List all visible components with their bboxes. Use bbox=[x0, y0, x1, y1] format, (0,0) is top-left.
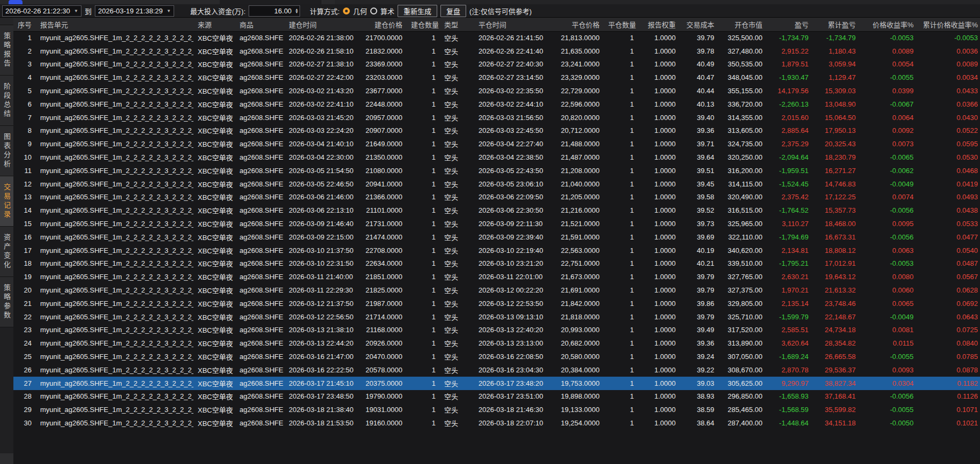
cell-0: 1 bbox=[13, 31, 36, 44]
cell-3: ag2608.SHFE bbox=[235, 204, 285, 217]
trade-row[interactable]: 9myunit_ag2605.SHFE_1m_2_2_2_2_2_3_2_2_2… bbox=[13, 137, 980, 151]
cell-15: 16,271.27 bbox=[813, 164, 860, 177]
cell-1: myunit_ag2605.SHFE_1m_2_2_2_2_2_3_2_2_2_… bbox=[36, 151, 193, 164]
cell-3: ag2608.SHFE bbox=[235, 297, 285, 310]
cell-14: 2,870.78 bbox=[767, 363, 813, 377]
cell-15: 23,748.46 bbox=[813, 297, 860, 310]
trade-row[interactable]: 19myunit_ag2605.SHFE_1m_2_2_2_2_2_3_2_2_… bbox=[13, 270, 980, 283]
arithmetic-radio[interactable] bbox=[370, 8, 377, 14]
sidebar-item-strategy-params[interactable]: 策略参数 bbox=[0, 277, 13, 327]
cell-17: 0.0643 bbox=[918, 310, 980, 324]
cell-9: 22,596.0000 bbox=[553, 98, 604, 111]
trade-row[interactable]: 6myunit_ag2605.SHFE_1m_2_2_2_2_2_3_2_2_2… bbox=[13, 98, 980, 111]
trade-row[interactable]: 28myunit_ag2605.SHFE_1m_2_2_2_2_2_3_2_2_… bbox=[13, 390, 980, 403]
trade-row[interactable]: 25myunit_ag2605.SHFE_1m_2_2_2_2_2_3_2_2_… bbox=[13, 350, 980, 363]
trade-row[interactable]: 11myunit_ag2605.SHFE_1m_2_2_2_2_2_3_2_2_… bbox=[13, 164, 980, 177]
geometric-radio[interactable] bbox=[343, 8, 350, 14]
end-date-dropdown[interactable]: 2026-03-19 21:38:29 ▼ bbox=[95, 5, 174, 17]
column-header[interactable]: 来源 bbox=[193, 18, 235, 31]
cell-0: 10 bbox=[13, 151, 36, 164]
cell-15: 15,357.73 bbox=[813, 204, 860, 217]
cell-1: myunit_ag2605.SHFE_1m_2_2_2_2_2_3_2_2_2_… bbox=[36, 283, 193, 297]
cell-11: 1.0000 bbox=[638, 124, 680, 138]
trade-row[interactable]: 29myunit_ag2605.SHFE_1m_2_2_2_2_2_3_2_2_… bbox=[13, 403, 980, 416]
column-header[interactable]: 累计价格收益率% bbox=[918, 18, 980, 31]
cell-14: -1,764.52 bbox=[767, 204, 813, 217]
column-header[interactable]: 交易成本 bbox=[680, 18, 719, 31]
sidebar-item-trade-records[interactable]: 交易记录 bbox=[0, 176, 13, 227]
cell-2: XBC空单夜 bbox=[193, 230, 235, 244]
cell-1: myunit_ag2605.SHFE_1m_2_2_2_2_2_3_2_2_2_… bbox=[36, 164, 193, 177]
start-date-dropdown[interactable]: 2026-02-26 21:22:30 ▼ bbox=[2, 5, 81, 17]
sidebar-item-asset-changes[interactable]: 资产变化 bbox=[0, 227, 13, 277]
trade-row[interactable]: 17myunit_ag2605.SHFE_1m_2_2_2_2_2_3_2_2_… bbox=[13, 244, 980, 257]
cell-9: 21,673.0000 bbox=[553, 270, 604, 283]
trade-row[interactable]: 7myunit_ag2605.SHFE_1m_2_2_2_2_2_3_2_2_2… bbox=[13, 111, 980, 124]
cell-6: 1 bbox=[407, 403, 440, 416]
column-header[interactable]: 平仓价格 bbox=[553, 18, 604, 31]
cell-11: 1.0000 bbox=[638, 403, 680, 416]
column-header[interactable]: 平仓数量 bbox=[604, 18, 638, 31]
cell-3: ag2608.SHFE bbox=[235, 310, 285, 324]
trade-row[interactable]: 26myunit_ag2605.SHFE_1m_2_2_2_2_2_3_2_2_… bbox=[13, 363, 980, 377]
trade-row[interactable]: 1myunit_ag2605.SHFE_1m_2_2_2_2_2_3_2_2_2… bbox=[13, 31, 980, 44]
cell-4: 2026-03-17 23:48:50 bbox=[285, 390, 360, 403]
sidebar-item-chart-analysis[interactable]: 图表分析 bbox=[0, 126, 13, 176]
regenerate-button[interactable]: 重新生成 bbox=[398, 5, 437, 17]
column-header[interactable]: 价格收益率% bbox=[860, 18, 918, 31]
trade-row[interactable]: 20myunit_ag2605.SHFE_1m_2_2_2_2_2_3_2_2_… bbox=[13, 283, 980, 297]
cell-8: 2026-03-09 22:11:30 bbox=[474, 217, 553, 230]
column-header[interactable]: 累计盈亏 bbox=[813, 18, 860, 31]
cell-17: -0.0053 bbox=[918, 31, 980, 44]
replay-button[interactable]: 复盘 bbox=[440, 5, 466, 17]
column-header[interactable]: 商品 bbox=[235, 18, 285, 31]
cell-7: 空头 bbox=[440, 137, 474, 151]
trade-row[interactable]: 30myunit_ag2605.SHFE_1m_2_2_2_2_2_3_2_2_… bbox=[13, 416, 980, 430]
trade-row[interactable]: 12myunit_ag2605.SHFE_1m_2_2_2_2_2_3_2_2_… bbox=[13, 177, 980, 191]
cell-15: 14,746.83 bbox=[813, 177, 860, 191]
trade-row[interactable]: 14myunit_ag2605.SHFE_1m_2_2_2_2_2_3_2_2_… bbox=[13, 204, 980, 217]
spinner-arrows-icon[interactable]: ▲▼ bbox=[295, 8, 298, 13]
trade-row[interactable]: 23myunit_ag2605.SHFE_1m_2_2_2_2_2_3_2_2_… bbox=[13, 324, 980, 337]
column-header[interactable]: 报告权重 bbox=[638, 18, 680, 31]
column-header[interactable]: 建仓价格 bbox=[360, 18, 407, 31]
trade-row[interactable]: 24myunit_ag2605.SHFE_1m_2_2_2_2_2_3_2_2_… bbox=[13, 336, 980, 350]
sidebar-item-stage-summary[interactable]: 阶段总结 bbox=[0, 76, 13, 126]
column-header[interactable]: 开仓市值 bbox=[719, 18, 767, 31]
cell-17: 0.0595 bbox=[918, 137, 980, 151]
trade-row[interactable]: 10myunit_ag2605.SHFE_1m_2_2_2_2_2_3_2_2_… bbox=[13, 151, 980, 164]
trade-row[interactable]: 15myunit_ag2605.SHFE_1m_2_2_2_2_2_3_2_2_… bbox=[13, 217, 980, 230]
column-header[interactable]: 类型 bbox=[440, 18, 474, 31]
trade-row[interactable]: 21myunit_ag2605.SHFE_1m_2_2_2_2_2_3_2_2_… bbox=[13, 297, 980, 310]
trade-row[interactable]: 22myunit_ag2605.SHFE_1m_2_2_2_2_2_3_2_2_… bbox=[13, 310, 980, 324]
max-capital-spinner[interactable]: ▲▼ bbox=[249, 5, 300, 17]
cell-17: 0.0366 bbox=[918, 98, 980, 111]
arithmetic-radio-label[interactable]: 算术 bbox=[380, 6, 394, 16]
max-capital-input[interactable] bbox=[252, 6, 293, 16]
column-header[interactable]: 序号 bbox=[13, 18, 36, 31]
geometric-radio-label[interactable]: 几何 bbox=[353, 6, 367, 16]
cell-16: -0.0056 bbox=[860, 204, 918, 217]
cell-8: 2026-03-12 22:53:50 bbox=[474, 297, 553, 310]
cell-6: 1 bbox=[407, 58, 440, 71]
trade-row[interactable]: 5myunit_ag2605.SHFE_1m_2_2_2_2_2_3_2_2_2… bbox=[13, 84, 980, 98]
trade-row[interactable]: 3myunit_ag2605.SHFE_1m_2_2_2_2_2_3_2_2_2… bbox=[13, 58, 980, 71]
column-header[interactable]: 平仓时间 bbox=[474, 18, 553, 31]
column-header[interactable]: 报告单元 bbox=[36, 18, 193, 31]
trade-row[interactable]: 13myunit_ag2605.SHFE_1m_2_2_2_2_2_3_2_2_… bbox=[13, 191, 980, 204]
trade-row[interactable]: 18myunit_ag2605.SHFE_1m_2_2_2_2_2_3_2_2_… bbox=[13, 257, 980, 271]
cell-13: 316,200.00 bbox=[719, 164, 767, 177]
trade-row[interactable]: 4myunit_ag2605.SHFE_1m_2_2_2_2_2_3_2_2_2… bbox=[13, 71, 980, 84]
trade-row[interactable]: 2myunit_ag2605.SHFE_1m_2_2_2_2_2_3_2_2_2… bbox=[13, 44, 980, 58]
cell-12: 38.64 bbox=[680, 416, 719, 430]
column-header[interactable]: 盈亏 bbox=[767, 18, 813, 31]
column-header[interactable]: 建仓时间 bbox=[285, 18, 360, 31]
trade-row[interactable]: 27myunit_ag2605.SHFE_1m_2_2_2_2_2_3_2_2_… bbox=[13, 377, 980, 390]
cell-12: 39.58 bbox=[680, 191, 719, 204]
trade-row[interactable]: 8myunit_ag2605.SHFE_1m_2_2_2_2_2_3_2_2_2… bbox=[13, 124, 980, 138]
trade-row[interactable]: 16myunit_ag2605.SHFE_1m_2_2_2_2_2_3_2_2_… bbox=[13, 230, 980, 244]
sidebar-item-strategy-report[interactable]: 策略报告 bbox=[0, 25, 13, 76]
column-header[interactable]: 建仓数量 bbox=[407, 18, 440, 31]
cell-13: 308,670.00 bbox=[719, 363, 767, 377]
cell-11: 1.0000 bbox=[638, 204, 680, 217]
